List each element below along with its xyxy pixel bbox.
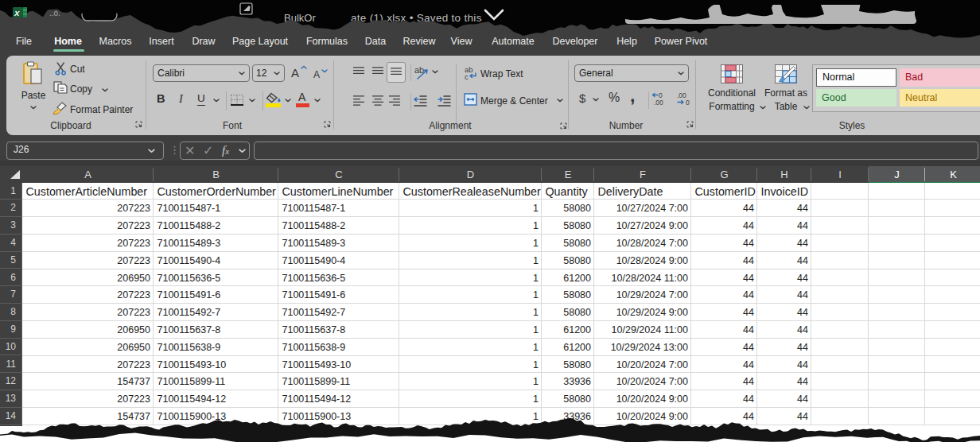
- svg-text:ate (1).xlsx • Saved to this: ate (1).xlsx • Saved to this: [351, 12, 482, 24]
- svg-text:c: c: [465, 72, 469, 81]
- svg-text:BulkOr: BulkOr: [284, 12, 316, 24]
- svg-text:..o.: ..o.: [49, 9, 60, 17]
- svg-text:X: X: [14, 9, 20, 17]
- svg-text:.00: .00: [654, 99, 663, 107]
